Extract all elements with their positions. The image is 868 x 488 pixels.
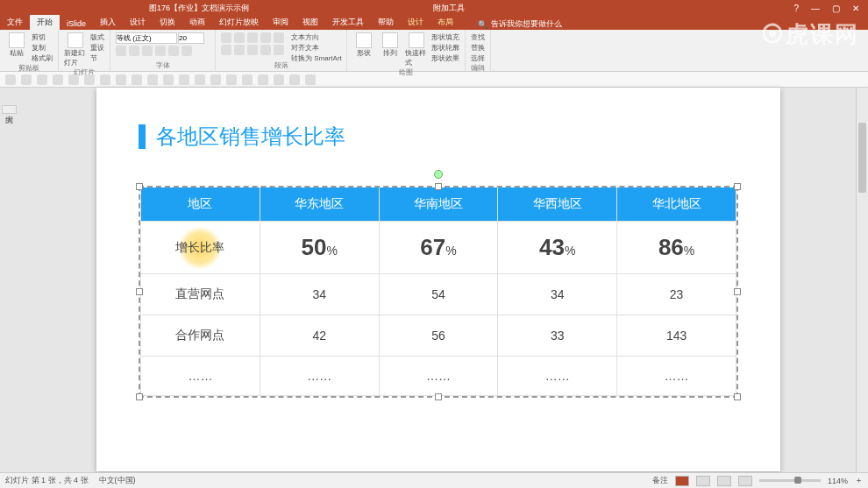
resize-handle[interactable] xyxy=(136,183,143,190)
redo-icon[interactable] xyxy=(37,74,47,85)
table-cell[interactable]: 33 xyxy=(498,315,617,357)
table-cell[interactable]: 43% xyxy=(498,222,617,274)
table-cell[interactable]: 34 xyxy=(498,274,617,315)
shadow-icon[interactable] xyxy=(155,46,166,56)
qat-icon[interactable] xyxy=(242,74,253,85)
tab-插入[interactable]: 插入 xyxy=(93,15,123,30)
find-button[interactable]: 查找 xyxy=(471,32,485,42)
table-row-label[interactable]: 增长比率 xyxy=(141,222,260,274)
resize-handle[interactable] xyxy=(435,393,442,400)
table-cell[interactable]: …… xyxy=(617,357,736,396)
tell-me-search[interactable]: 🔍 告诉我你想要做什么 xyxy=(478,18,562,30)
tab-帮助[interactable]: 帮助 xyxy=(371,15,401,30)
save-icon[interactable] xyxy=(5,74,16,85)
minimize-icon[interactable]: — xyxy=(811,4,820,13)
tab-审阅[interactable]: 审阅 xyxy=(266,15,295,30)
table-header[interactable]: 华西地区 xyxy=(498,187,617,222)
table-cell[interactable]: 42 xyxy=(260,315,379,357)
shapes-button[interactable]: 形状 xyxy=(352,32,375,58)
table-cell[interactable]: 50% xyxy=(260,222,379,274)
justify-icon[interactable] xyxy=(260,45,271,55)
resize-handle[interactable] xyxy=(734,183,741,190)
arrange-button[interactable]: 排列 xyxy=(379,32,402,58)
qat-icon[interactable] xyxy=(210,74,221,85)
table-cell[interactable]: 67% xyxy=(379,222,498,274)
align-text-button[interactable]: 对齐文本 xyxy=(291,43,342,53)
text-direction-button[interactable]: 文本方向 xyxy=(291,32,342,42)
table-cell[interactable]: 23 xyxy=(617,274,736,315)
qat-icon[interactable] xyxy=(132,74,142,85)
smartart-button[interactable]: 转换为 SmartArt xyxy=(291,53,342,63)
qat-icon[interactable] xyxy=(163,74,174,85)
table-row-label[interactable]: …… xyxy=(141,357,260,396)
tab-视图[interactable]: 视图 xyxy=(295,15,325,30)
line-spacing-icon[interactable] xyxy=(274,32,284,43)
qat-icon[interactable] xyxy=(53,74,63,85)
reset-button[interactable]: 重设 xyxy=(90,43,104,53)
align-left-icon[interactable] xyxy=(221,45,231,55)
indent-inc-icon[interactable] xyxy=(260,32,271,43)
qat-icon[interactable] xyxy=(274,74,284,85)
tab-布局[interactable]: 布局 xyxy=(430,15,460,30)
resize-handle[interactable] xyxy=(435,183,442,190)
table-selection[interactable]: 地区华东地区华南地区华西地区华北地区 增长比率50%67%43%86%直营网点3… xyxy=(139,186,738,398)
table-cell[interactable]: …… xyxy=(260,357,379,396)
table-row-label[interactable]: 合作网点 xyxy=(141,315,260,357)
table-cell[interactable]: …… xyxy=(498,357,617,396)
tab-设计[interactable]: 设计 xyxy=(401,15,430,30)
bold-icon[interactable] xyxy=(116,46,126,56)
underline-icon[interactable] xyxy=(142,46,153,56)
cut-button[interactable]: 剪切 xyxy=(32,32,53,42)
strike-icon[interactable] xyxy=(168,46,179,56)
qat-icon[interactable] xyxy=(100,74,110,85)
qat-icon[interactable] xyxy=(289,74,300,85)
fit-to-window-icon[interactable]: ＋ xyxy=(855,475,863,486)
align-right-icon[interactable] xyxy=(247,45,258,55)
format-painter-button[interactable]: 格式刷 xyxy=(32,53,53,63)
italic-icon[interactable] xyxy=(129,46,139,56)
maximize-icon[interactable]: ▢ xyxy=(832,4,840,13)
sorter-view-icon[interactable] xyxy=(696,476,710,486)
reading-view-icon[interactable] xyxy=(717,476,731,486)
undo-icon[interactable] xyxy=(21,74,32,85)
qat-icon[interactable] xyxy=(147,74,158,85)
resize-handle[interactable] xyxy=(734,393,741,400)
zoom-slider[interactable] xyxy=(759,479,821,482)
tab-动画[interactable]: 动画 xyxy=(182,15,212,30)
columns-icon[interactable] xyxy=(274,45,284,55)
vertical-scrollbar[interactable] xyxy=(856,88,868,472)
slide[interactable]: 各地区销售增长比率 地区华东地区华南地区华西地区华北地区 增长比率50%67%4… xyxy=(96,88,780,471)
bullets-icon[interactable] xyxy=(221,32,231,43)
qat-icon[interactable] xyxy=(305,74,316,85)
rotate-handle[interactable] xyxy=(434,170,443,179)
resize-handle[interactable] xyxy=(136,288,143,295)
font-color-icon[interactable] xyxy=(181,46,192,56)
tab-设计[interactable]: 设计 xyxy=(123,15,153,30)
help-icon[interactable]: ? xyxy=(793,4,799,13)
notes-button[interactable]: 备注 xyxy=(652,475,668,486)
table-cell[interactable]: 34 xyxy=(260,274,379,315)
shape-outline-button[interactable]: 形状轮廓 xyxy=(431,43,459,53)
zoom-level[interactable]: 114% xyxy=(828,477,848,485)
qat-icon[interactable] xyxy=(258,74,268,85)
scrollbar-thumb[interactable] xyxy=(858,123,866,193)
qat-icon[interactable] xyxy=(84,74,95,85)
paste-button[interactable]: 粘贴 xyxy=(5,32,28,58)
table-cell[interactable]: 56 xyxy=(379,315,498,357)
resize-handle[interactable] xyxy=(136,393,143,400)
table-cell[interactable]: …… xyxy=(379,357,498,396)
tab-切换[interactable]: 切换 xyxy=(153,15,182,30)
table-cell[interactable]: 54 xyxy=(379,274,498,315)
numbering-icon[interactable] xyxy=(234,32,245,43)
table-header[interactable]: 地区 xyxy=(141,187,260,222)
qat-icon[interactable] xyxy=(226,74,237,85)
font-size-select[interactable] xyxy=(178,32,204,44)
qat-icon[interactable] xyxy=(68,74,79,85)
qat-icon[interactable] xyxy=(116,74,126,85)
table-cell[interactable]: 143 xyxy=(617,315,736,357)
quick-styles-button[interactable]: 快速样式 xyxy=(405,32,428,67)
slideshow-view-icon[interactable] xyxy=(738,476,752,486)
font-name-select[interactable] xyxy=(116,32,177,44)
shape-fill-button[interactable]: 形状填充 xyxy=(431,32,459,42)
layout-button[interactable]: 版式 xyxy=(90,32,104,42)
